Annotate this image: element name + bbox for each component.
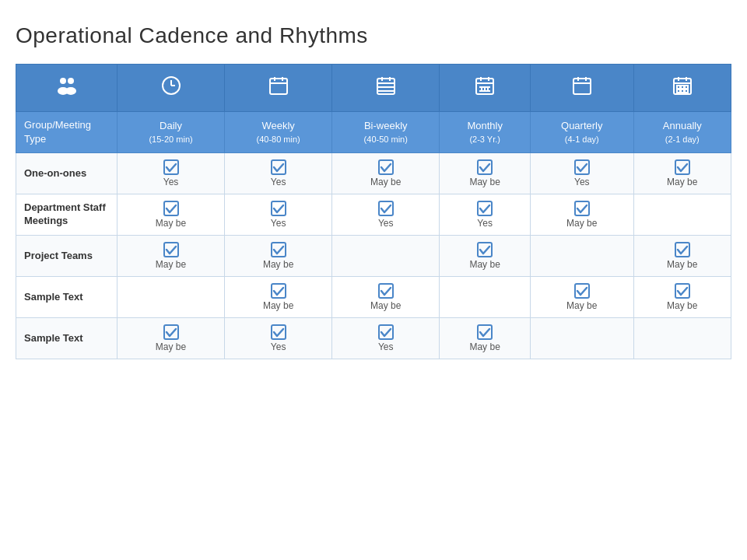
data-cell xyxy=(531,236,634,277)
svg-rect-37 xyxy=(677,89,680,93)
cell-value-label: May be xyxy=(156,259,186,270)
cell-value-label: May be xyxy=(156,341,186,352)
row-label-cell: One-on-ones xyxy=(16,153,117,194)
svg-rect-35 xyxy=(681,86,684,89)
checkbox-icon xyxy=(378,159,394,175)
row-label: Project Teams xyxy=(24,250,93,261)
data-cell: Yes xyxy=(225,194,332,236)
svg-rect-26 xyxy=(573,79,591,94)
header-icon-calendar-biweekly xyxy=(332,65,440,112)
cell-value-label: Yes xyxy=(378,341,394,352)
data-cell: May be xyxy=(440,236,531,277)
data-cell xyxy=(633,194,731,236)
row-label-cell: Sample Text xyxy=(16,277,117,318)
cell-value-label: Yes xyxy=(271,218,286,229)
cell-value-label: May be xyxy=(156,218,186,229)
table-row: Sample TextMay beMay beMay beMay be xyxy=(16,277,731,318)
data-cell: May be xyxy=(440,153,531,194)
checkbox-icon xyxy=(271,159,286,175)
data-cell: May be xyxy=(633,153,731,194)
svg-rect-38 xyxy=(681,89,684,93)
checkbox-icon xyxy=(675,283,690,299)
header-icon-calendar-annually xyxy=(633,65,731,112)
checkbox-icon xyxy=(163,159,179,175)
row-label-cell: Project Teams xyxy=(16,236,117,277)
checkbox-icon xyxy=(271,201,286,216)
data-cell: Yes xyxy=(117,153,225,194)
data-cell: Yes xyxy=(225,153,332,194)
icon-header-row xyxy=(16,65,731,112)
cell-value-label: May be xyxy=(469,177,500,187)
col-header-annually: Annually (2-1 day) xyxy=(633,112,731,153)
svg-rect-36 xyxy=(685,86,688,89)
checkbox-icon xyxy=(378,324,394,340)
checkbox-icon xyxy=(574,283,590,299)
data-cell: May be xyxy=(117,194,225,236)
svg-point-0 xyxy=(60,78,66,84)
row-label: Sample Text xyxy=(24,291,83,303)
data-cell: May be xyxy=(531,194,634,236)
checkbox-icon xyxy=(574,201,590,216)
table-row: Project TeamsMay beMay beMay beMay be xyxy=(16,236,731,277)
cell-value-label: May be xyxy=(370,177,401,187)
row-label: Department Staff Meetings xyxy=(24,201,106,226)
data-cell: May be xyxy=(440,318,531,359)
cell-value-label: May be xyxy=(566,300,597,311)
data-cell: May be xyxy=(332,153,440,194)
header-icon-calendar-monthly xyxy=(440,65,531,112)
checkbox-icon xyxy=(163,242,179,257)
row-label-cell: Sample Text xyxy=(16,318,117,359)
data-cell xyxy=(332,236,440,277)
table-row: Department Staff MeetingsMay beYesYesYes… xyxy=(16,194,731,236)
checkbox-icon xyxy=(271,324,286,340)
checkbox-icon xyxy=(477,324,493,340)
data-cell: Yes xyxy=(440,194,531,236)
cell-value-label: May be xyxy=(667,259,697,270)
data-cell: May be xyxy=(332,277,440,318)
data-cell xyxy=(440,277,531,318)
cell-value-label: Yes xyxy=(163,177,179,187)
col-header-monthly: Monthly (2-3 Yr.) xyxy=(440,112,531,153)
data-cell xyxy=(633,318,731,359)
table-row: Sample TextMay beYesYesMay be xyxy=(16,318,731,359)
cell-value-label: Yes xyxy=(477,218,493,229)
checkbox-icon xyxy=(271,283,286,299)
checkbox-icon xyxy=(477,242,493,257)
cell-value-label: May be xyxy=(469,341,500,352)
data-cell: May be xyxy=(117,318,225,359)
svg-rect-34 xyxy=(677,86,680,89)
cell-value-label: May be xyxy=(667,300,697,311)
cell-value-label: Yes xyxy=(271,341,286,352)
data-cell xyxy=(117,277,225,318)
data-cell: May be xyxy=(225,277,332,318)
col-header-type: Group/Meeting Type xyxy=(16,112,117,153)
cadence-table: Group/Meeting Type Daily (15-20 min) Wee… xyxy=(16,64,731,359)
cell-value-label: May be xyxy=(469,259,500,270)
header-icon-group xyxy=(16,65,117,112)
svg-rect-7 xyxy=(270,79,287,94)
data-cell xyxy=(531,318,634,359)
cell-value-label: May be xyxy=(263,259,293,270)
col-header-quarterly: Quarterly (4-1 day) xyxy=(531,112,634,153)
col-header-weekly: Weekly (40-80 min) xyxy=(225,112,332,153)
data-cell: May be xyxy=(117,236,225,277)
row-label: Sample Text xyxy=(24,332,83,344)
checkbox-icon xyxy=(675,242,690,257)
header-icon-clock xyxy=(117,65,225,112)
row-label-cell: Department Staff Meetings xyxy=(16,194,117,236)
checkbox-icon xyxy=(163,324,179,340)
svg-rect-39 xyxy=(685,89,688,93)
data-cell: Yes xyxy=(531,153,634,194)
checkbox-icon xyxy=(675,159,690,175)
table-row: One-on-onesYesYesMay beMay beYesMay be xyxy=(16,153,731,194)
col-header-daily: Daily (15-20 min) xyxy=(117,112,225,153)
data-cell: Yes xyxy=(332,194,440,236)
checkbox-icon xyxy=(477,159,493,175)
cell-value-label: Yes xyxy=(271,177,286,187)
cell-value-label: May be xyxy=(370,300,401,311)
row-label: One-on-ones xyxy=(24,167,86,179)
data-cell: May be xyxy=(531,277,634,318)
header-icon-calendar-quarterly xyxy=(531,65,634,112)
cell-value-label: May be xyxy=(667,177,697,187)
checkbox-icon xyxy=(163,201,179,216)
